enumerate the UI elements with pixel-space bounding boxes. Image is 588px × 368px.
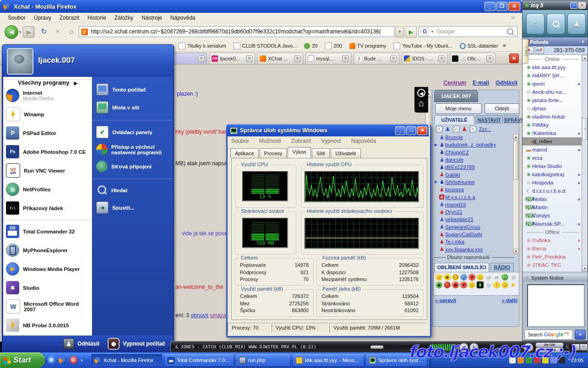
start-menu-item[interactable]: Run VNC Viewer	[3, 161, 92, 180]
close-icon[interactable]: ✕	[580, 344, 588, 351]
chat-user-name[interactable]: Bruncle	[445, 135, 463, 140]
start-menu-item[interactable]: InternetMozilla Firefox	[3, 86, 92, 105]
bookmark-item[interactable]: CLUB STODOLA Javo...	[234, 43, 297, 49]
smiley-icon[interactable]: ☺	[510, 274, 517, 281]
refresh-link[interactable]: obnovit	[191, 312, 208, 319]
my-menu-button[interactable]: Moje menu	[435, 103, 482, 114]
chat-user-row[interactable]: ★ ♟ budulinek_z_pohadky	[432, 141, 513, 148]
tab-close-icon[interactable]: ✕	[390, 55, 397, 62]
chat-user-row[interactable]: ♟ dlrEx123789	[432, 163, 513, 171]
google-engine-icon[interactable]: G	[420, 27, 429, 36]
smiley-icon[interactable]: ▯	[501, 274, 508, 281]
expand-icon[interactable]: »	[577, 131, 580, 136]
forward-button[interactable]: ▶	[23, 26, 35, 38]
chat-user-row[interactable]: ♟ Gabiki	[432, 171, 513, 178]
delete-link[interactable]: smaza	[210, 312, 226, 319]
contacts-icon[interactable]: ∴	[526, 13, 544, 34]
scroll-thumb[interactable]: ≡	[582, 118, 588, 140]
contact-row[interactable]: ▬ marod »	[523, 146, 588, 154]
menu-item[interactable]: Úpravy	[30, 15, 55, 21]
search-icon[interactable]	[547, 13, 565, 34]
chat-user-name[interactable]: xxx.Bajanka.xxx	[445, 247, 483, 252]
chat-user-name[interactable]: ChluppCZ	[445, 150, 469, 155]
expand-icon[interactable]: »	[577, 222, 580, 227]
tab-users[interactable]: Uživatelé	[331, 148, 360, 158]
contact-row[interactable]: N/A Navrsak.SP... »	[523, 220, 588, 228]
scroll-up-icon[interactable]: ▲	[582, 55, 588, 61]
contact-row[interactable]: ❀ janata-forte...	[523, 96, 588, 104]
bookmarks-overflow-icon[interactable]: »	[503, 42, 506, 49]
internet-explorer-icon[interactable]: e	[48, 356, 55, 364]
repeat-icon[interactable]: ↻	[469, 343, 479, 352]
smiley-icon[interactable]: !	[493, 281, 500, 288]
chat-user-name[interactable]: Gh0stHunter	[445, 179, 475, 185]
tab-networking[interactable]: Sítě	[312, 148, 330, 158]
userlist-scrollbar[interactable]: ▲ ▼	[513, 134, 519, 254]
smiley-icon[interactable]: ☺	[436, 274, 442, 281]
tab-close-icon[interactable]: ✕	[486, 55, 493, 62]
all-programs-button[interactable]: Všechny programy▶	[3, 79, 92, 86]
expand-icon[interactable]: »	[577, 246, 580, 251]
tray-icon[interactable]	[542, 357, 549, 363]
taskbar-button-messenger[interactable]: kkk.aaa.ttt.yyy. - Mess...	[293, 354, 364, 366]
email-link[interactable]: E-mail	[473, 80, 489, 89]
browser-tab[interactable]: mysql.... ✕	[305, 53, 351, 64]
smiley-icon[interactable]: ☺	[485, 274, 492, 281]
chat-user-name[interactable]: SergeantCross	[445, 224, 480, 230]
expand-icon[interactable]: »	[577, 172, 580, 177]
status-selector[interactable]: Pohoda ▼	[523, 38, 588, 46]
start-menu-place[interactable]: Síťová připojení	[93, 158, 173, 175]
tabbar-close-icon[interactable]: ✕	[509, 54, 519, 63]
menu-item[interactable]: Nápověda	[166, 15, 200, 21]
tab-close-icon[interactable]: ✕	[246, 55, 253, 62]
smiley-icon[interactable]: ☺	[485, 281, 492, 288]
chat-user-name[interactable]: Gabiki	[445, 172, 460, 178]
smiley-icon[interactable]: ☹	[452, 274, 459, 281]
scroll-thumb[interactable]	[513, 141, 518, 180]
system-notice-bar[interactable]: ❀ System Notice	[523, 274, 588, 281]
tab-applications[interactable]: Aplikace	[230, 148, 259, 158]
contact-row[interactable]: N/A Tondys	[523, 211, 588, 220]
smiley-icon[interactable]: ☹	[444, 281, 451, 288]
minimize-icon[interactable]: —	[572, 344, 580, 351]
stop-button[interactable]: ✕	[52, 26, 63, 37]
tab-close-icon[interactable]: ✕	[294, 55, 301, 62]
start-menu-item[interactable]: Adobe Photoshop 7.0 CE	[3, 142, 92, 161]
smiley-icon[interactable]: ☺	[477, 274, 484, 281]
chat-user-name[interactable]: budulinek_z_pohadky	[445, 142, 496, 147]
chat-user-name[interactable]: SugaryCatDady	[445, 232, 482, 237]
smiley-icon[interactable]: ♥	[460, 281, 467, 288]
tray-icon[interactable]	[559, 357, 565, 363]
quick-launch-overflow-icon[interactable]: »	[81, 358, 83, 363]
contact-row[interactable]: ❀ FitMiky	[523, 121, 588, 129]
centrum-link[interactable]: Centrum	[444, 80, 466, 89]
status-person-icon[interactable]: ♟	[567, 13, 586, 34]
start-menu-place[interactable]: Hledat	[93, 179, 173, 199]
start-menu-item[interactable]: MyPhoneExplorer	[3, 241, 92, 260]
contact-row[interactable]: ☾ d.i.s.t.u.r.b.e.d.	[523, 187, 588, 195]
tab-close-icon[interactable]: ✕	[198, 55, 205, 62]
chat-user-row[interactable]: ♟ lucisssa	[432, 186, 513, 193]
smiley-icon[interactable]: ♥	[468, 274, 475, 281]
titlebar-handle[interactable]	[370, 346, 383, 349]
xtraz-tab[interactable]: XTRAZ	[523, 39, 528, 64]
url-dropdown-icon[interactable]: ▼	[396, 27, 404, 38]
bookmark-item[interactable]: YouTube - My Ubunt...	[393, 43, 452, 49]
tray-icon[interactable]	[526, 357, 532, 363]
taskbar-button-taskmgr[interactable]: Správce úloh systému ...	[366, 354, 427, 366]
smiley-icon[interactable]: ☺	[468, 281, 475, 288]
start-menu-item[interactable]: NetProfiles	[3, 180, 92, 199]
contact-row[interactable]: ❀ Hospoda »	[523, 179, 588, 187]
leave-button[interactable]: Odejít	[485, 103, 519, 114]
start-menu-place[interactable]: Místa v síti	[93, 98, 173, 116]
icq-titlebar[interactable]: ❀ icq 5 – ✕	[523, 0, 588, 10]
bookmark-item[interactable]: TV programy	[349, 43, 387, 49]
checkbox[interactable]	[436, 126, 442, 132]
menu-item[interactable]: Vypnout	[321, 138, 341, 144]
search-box[interactable]: G ▼ Google	[419, 26, 517, 37]
shutdown-button[interactable]: ◉ Vypnout počítač	[108, 338, 165, 350]
taskbar-button-xchat[interactable]: Xchat - Mozilla Firefox	[92, 354, 162, 366]
bookmark-item[interactable]: Titulky k serialum	[179, 43, 226, 49]
tab-admin[interactable]: SPRÁVCE	[504, 115, 518, 124]
bookmark-item[interactable]: 20	[304, 43, 317, 49]
